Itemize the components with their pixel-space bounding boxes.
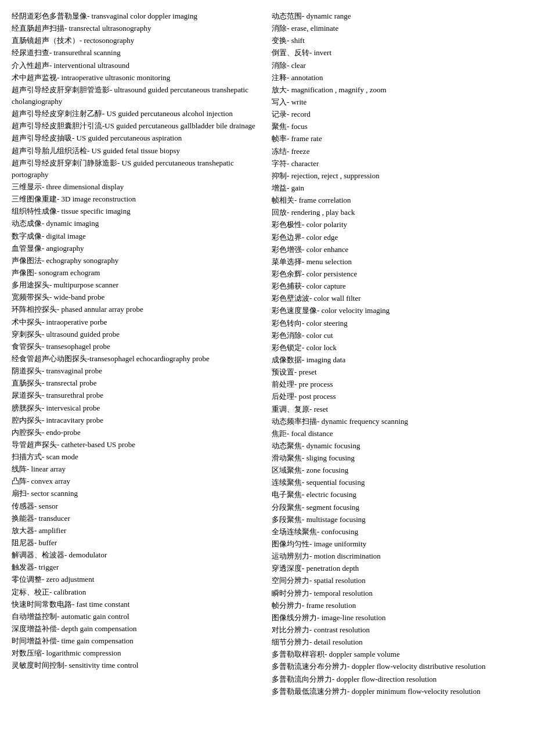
list-item: 对比分辨力- contrast resolution	[272, 624, 522, 636]
list-item: 放大器- amplifier	[12, 525, 260, 537]
list-item: 彩色捕获- color capture	[272, 280, 522, 292]
list-item: 尿道探头- transurethral probe	[12, 390, 260, 401]
list-item: 术中超声监视- intraoperative ultrasonic monito…	[12, 72, 260, 84]
list-item: 经食管超声心动图探头-transesophagel echocardiograp…	[12, 353, 260, 365]
list-item: 声像图- sonogram echogram	[12, 267, 260, 279]
list-item: 增益- gain	[272, 182, 522, 194]
list-item: 多普勒流速分布分辨力- doppler flow-velocity distri…	[272, 661, 522, 672]
list-item: 超声引导经皮胆囊胆汁引流-US guided percutaneous gall…	[12, 120, 260, 132]
list-item: 传感器- sensor	[12, 501, 260, 512]
list-item: 写入- write	[272, 96, 522, 108]
list-item: 导管超声探头- catheter-based US probe	[12, 439, 260, 451]
list-item: 对数压缩- logarithmic compression	[12, 647, 260, 659]
right-column: 动态范围- dynamic range消除- erase, eliminate变…	[267, 10, 522, 698]
list-item: 彩色极性- color polarity	[272, 219, 522, 231]
list-item: 直肠镜超声（技术）- rectosonography	[12, 35, 260, 46]
list-item: 图像线分辨力- image-line resolution	[272, 612, 522, 624]
list-item: 多普勒流向分辨力- doppler flow-direction resolut…	[272, 674, 522, 685]
list-item: 膀胱探头- intervesical probe	[12, 402, 260, 414]
list-item: 空间分辨力- spatial resolution	[272, 575, 522, 586]
list-item: 动态范围- dynamic range	[272, 10, 522, 22]
list-item: 组织特性成像- tissue specific imaging	[12, 206, 260, 217]
list-item: 凸阵- convex array	[12, 476, 260, 487]
list-item: 自动增益控制- automatic gain control	[12, 611, 260, 622]
list-item: 彩色边界- color edge	[272, 232, 522, 243]
list-item: 变换- shift	[272, 35, 522, 46]
list-item: 动态聚焦- dynamic focusing	[272, 440, 522, 452]
list-item: 超声引导胎儿组织活检- US guided fetal tissue biops…	[12, 145, 260, 157]
list-item: 细节分辨力- detail resolution	[272, 636, 522, 648]
list-item: 彩色锁定- color lock	[272, 342, 522, 354]
list-item: 连续聚焦- sequential focusing	[272, 477, 522, 488]
list-item: 穿刺探头- ultrasound guided probe	[12, 329, 260, 340]
list-item: 预设置- preset	[272, 366, 522, 378]
list-item: 时间增益补偿- time gain compensation	[12, 635, 260, 647]
list-item: 消除- clear	[272, 60, 522, 71]
list-item: 多段聚焦- multistage focusing	[272, 514, 522, 525]
list-item: 瞬时分辨力- temporal resolution	[272, 588, 522, 599]
list-item: 直肠探头- transrectal probe	[12, 377, 260, 389]
list-item: 前处理- pre process	[272, 379, 522, 390]
list-item: 帧相关- frame correlation	[272, 195, 522, 206]
list-item: 抑制- rejection, reject , suppression	[272, 170, 522, 182]
list-item: 运动辨别力- motion discrimination	[272, 550, 522, 562]
list-item: 彩色速度显像- color velocity imaging	[272, 305, 522, 316]
list-item: 定标、校正- calibration	[12, 586, 260, 598]
list-item: 经阴道彩色多普勒显像- transvaginal color doppler i…	[12, 10, 260, 22]
list-item: 滑动聚焦- sliging focusing	[272, 452, 522, 464]
list-item: 扫描方式- scan mode	[12, 451, 260, 463]
list-item: 菜单选择- menu selection	[272, 256, 522, 268]
list-item: 记录- record	[272, 109, 522, 120]
list-item: 腔内探头- intracavitary probe	[12, 415, 260, 426]
list-item: 彩色消除- color cut	[272, 330, 522, 341]
list-item: 解调器、检波器- demodulator	[12, 549, 260, 561]
list-item: 数字成像- digital image	[12, 231, 260, 242]
list-item: 多普勒取样容积- doppler sample volume	[272, 649, 522, 660]
list-item: 三维显示- three dimensional display	[12, 181, 260, 193]
list-item: 倒置、反转- invert	[272, 47, 522, 59]
list-item: 触发器- trigger	[12, 561, 260, 573]
list-item: 超声引导经皮肝穿刺胆管造影- ultrasound guided percuta…	[12, 84, 260, 107]
left-column: 经阴道彩色多普勒显像- transvaginal color doppler i…	[12, 10, 267, 698]
list-item: 内腔探头- endo-probe	[12, 427, 260, 438]
list-item: 穿透深度- penetration depth	[272, 563, 522, 574]
list-item: 彩色余辉- color persistence	[272, 268, 522, 280]
list-item: 放大- magnification , magnify , zoom	[272, 84, 522, 96]
list-item: 聚焦- focus	[272, 121, 522, 132]
list-item: 扇扫- sector scanning	[12, 488, 260, 499]
list-item: 回放- rendering , play back	[272, 207, 522, 218]
list-item: 动态成像- dynamic imaging	[12, 218, 260, 229]
list-item: 换能器- transducer	[12, 513, 260, 524]
list-item: 深度增益补偿- depth gain compensation	[12, 623, 260, 635]
list-item: 超声引导经皮抽吸- US guided percutaneous aspirat…	[12, 132, 260, 144]
list-item: 超声引导经皮肝穿刺门静脉造影- US guided percutaneous t…	[12, 157, 260, 181]
list-item: 宽频带探头- wide-band probe	[12, 291, 260, 303]
list-item: 声像图法- echography sonography	[12, 255, 260, 267]
list-item: 多普勒最低流速分辨力- doppler minimum flow-velocit…	[272, 686, 522, 697]
list-item: 经尿道扫查- transurethral scanning	[12, 47, 260, 59]
list-item: 帧分辨力- frame resolution	[272, 600, 522, 611]
list-item: 注释- annotation	[272, 72, 522, 84]
list-item: 阴道探头- transvaginal probe	[12, 365, 260, 377]
list-item: 多用途探头- multipurpose scanner	[12, 279, 260, 291]
list-item: 冻结- freeze	[272, 146, 522, 157]
list-item: 快速时间常数电路- fast time constant	[12, 599, 260, 610]
list-item: 阻尼器- buffer	[12, 537, 260, 549]
list-item: 介入性超声- interventional ultrasound	[12, 60, 260, 71]
list-item: 灵敏度时间控制- sensitivity time control	[12, 660, 260, 671]
list-item: 电子聚焦- electric focusing	[272, 489, 522, 501]
main-content: 经阴道彩色多普勒显像- transvaginal color doppler i…	[12, 10, 522, 698]
list-item: 彩色转向- color steering	[272, 318, 522, 329]
list-item: 成像数据- imaging data	[272, 354, 522, 366]
list-item: 全场连续聚焦- confocusing	[272, 526, 522, 538]
list-item: 字符- character	[272, 158, 522, 170]
list-item: 环阵相控探头- phased annular array probe	[12, 304, 260, 315]
list-item: 经直肠超声扫描- transrectal ultrasonography	[12, 23, 260, 34]
list-item: 帧率- frame rate	[272, 133, 522, 145]
list-item: 后处理- post process	[272, 391, 522, 402]
list-item: 彩色壁滤波- color wall filter	[272, 293, 522, 304]
list-item: 零位调整- zero adjustment	[12, 574, 260, 585]
list-item: 术中探头- intraoperative porbe	[12, 316, 260, 328]
list-item: 彩色增强- color enhance	[272, 244, 522, 255]
list-item: 消除- erase, eliminate	[272, 23, 522, 34]
